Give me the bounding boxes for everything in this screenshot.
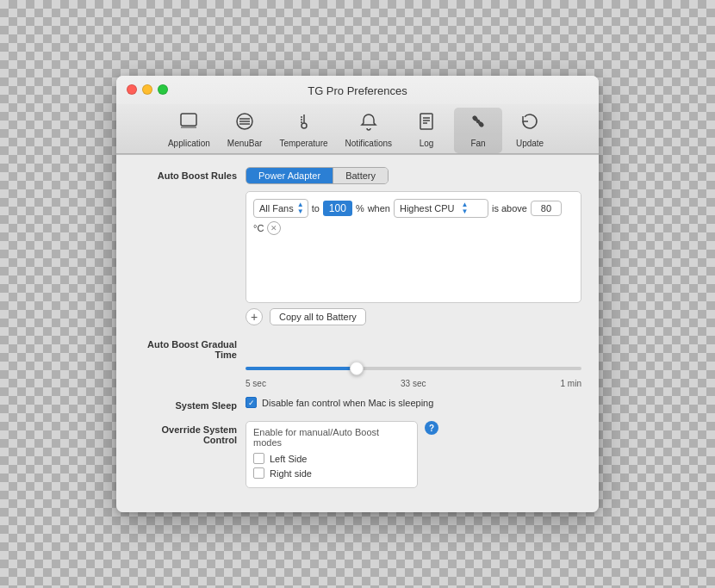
sensor-selector[interactable]: Highest CPU ▲ ▼ (394, 199, 488, 218)
condition-text: is above (492, 203, 527, 214)
fan-selector-chevrons: ▲ ▼ (297, 201, 304, 215)
titlebar: TG Pro Preferences Application (116, 76, 599, 155)
toolbar-item-application[interactable]: Application (161, 108, 217, 153)
toolbar-label-update: Update (516, 139, 544, 148)
temperature-icon (294, 111, 314, 137)
toolbar-label-fan: Fan (470, 139, 485, 148)
percent-value[interactable]: 100 (323, 201, 352, 216)
update-icon (519, 111, 540, 137)
override-right-side-label: Right side (270, 468, 312, 479)
fan-rule-row: All Fans ▲ ▼ to 100 % when Highest CP (253, 199, 574, 235)
toolbar-item-notifications[interactable]: Notifications (339, 108, 399, 153)
sensor-chevrons: ▲ ▼ (462, 201, 469, 215)
slider-max-label: 1 min (561, 379, 581, 388)
maximize-button[interactable] (158, 84, 168, 95)
fan-selector-value: All Fans (259, 203, 294, 214)
fan-icon (468, 111, 488, 137)
gradual-time-label: Auto Boost Gradual Time (134, 336, 246, 360)
override-right-side-row: Right side (253, 467, 410, 479)
slider-wrapper (246, 360, 581, 377)
rules-box: All Fans ▲ ▼ to 100 % when Highest CP (246, 191, 581, 303)
toolbar-label-menubar: MenuBar (227, 139, 263, 148)
slider-min-label: 5 sec (246, 379, 266, 388)
temp-value[interactable]: 80 (531, 201, 562, 216)
system-sleep-label: System Sleep (134, 397, 246, 411)
menubar-icon (234, 111, 255, 137)
remove-rule-button[interactable]: ✕ (267, 221, 281, 235)
override-title: Enable for manual/Auto Boost modes (253, 427, 410, 448)
close-button[interactable] (127, 84, 137, 95)
slider-row (134, 360, 581, 377)
override-left-side-label: Left Side (270, 454, 307, 464)
override-box: Enable for manual/Auto Boost modes Left … (246, 421, 418, 488)
auto-boost-rules-section: Auto Boost Rules Power Adapter Battery A… (134, 167, 581, 325)
system-sleep-checkbox-row: Disable fan control when Mac is sleeping (246, 397, 581, 408)
slider-track (246, 367, 581, 370)
log-icon (416, 111, 437, 137)
fan-selector[interactable]: All Fans ▲ ▼ (253, 199, 308, 218)
window-buttons (127, 84, 168, 95)
gradual-time-section: 5 sec 33 sec 1 min (134, 360, 581, 388)
toolbar: Application MenuBar (116, 104, 599, 154)
add-rule-button[interactable]: + (246, 308, 263, 325)
override-left-side-row: Left Side (253, 453, 410, 464)
override-label: Override System Control (134, 421, 246, 445)
toolbar-label-application: Application (168, 139, 210, 148)
toolbar-item-fan[interactable]: Fan (454, 108, 502, 153)
system-sleep-checkbox-label: Disable fan control when Mac is sleeping (262, 398, 433, 408)
temp-unit: °C (253, 223, 264, 233)
sensor-value: Highest CPU (400, 203, 455, 214)
toolbar-label-log: Log (420, 139, 434, 148)
override-content: Enable for manual/Auto Boost modes Left … (246, 421, 581, 488)
svg-rect-9 (420, 114, 432, 129)
override-right-side-checkbox[interactable] (253, 467, 264, 479)
slider-labels: 5 sec 33 sec 1 min (134, 379, 581, 388)
to-text: to (312, 203, 320, 214)
notifications-icon (358, 111, 379, 137)
slider-mid-label: 33 sec (401, 379, 426, 388)
toolbar-item-menubar[interactable]: MenuBar (221, 108, 270, 153)
override-left-side-checkbox[interactable] (253, 453, 264, 464)
toolbar-label-notifications: Notifications (345, 139, 392, 148)
copy-all-button[interactable]: Copy all to Battery (270, 308, 366, 325)
window-title: TG Pro Preferences (308, 84, 407, 97)
auto-boost-rules-content: Power Adapter Battery All Fans ▲ ▼ (246, 167, 581, 325)
auto-boost-rules-label: Auto Boost Rules (134, 167, 246, 181)
minimize-button[interactable] (142, 84, 152, 95)
gradual-time-label-row: Auto Boost Gradual Time (134, 336, 581, 360)
system-sleep-checkbox[interactable] (246, 397, 257, 408)
toolbar-item-update[interactable]: Update (506, 108, 554, 153)
svg-rect-0 (181, 114, 196, 126)
fan-settings-content: Auto Boost Rules Power Adapter Battery A… (116, 155, 599, 512)
toolbar-label-temperature: Temperature (279, 139, 327, 148)
application-icon (178, 111, 199, 137)
preferences-window: TG Pro Preferences Application (116, 76, 599, 512)
toolbar-item-log[interactable]: Log (402, 108, 451, 153)
rules-footer: + Copy all to Battery (246, 308, 581, 325)
toolbar-item-temperature[interactable]: Temperature (272, 108, 334, 153)
percent-sign: % (356, 203, 364, 214)
system-sleep-content: Disable fan control when Mac is sleeping (246, 397, 581, 408)
when-text: when (368, 203, 390, 214)
slider-thumb[interactable] (350, 362, 364, 375)
override-section: Override System Control Enable for manua… (134, 421, 581, 488)
battery-button[interactable]: Battery (333, 168, 388, 183)
help-button[interactable]: ? (425, 421, 438, 435)
system-sleep-section: System Sleep Disable fan control when Ma… (134, 397, 581, 411)
power-source-segmented: Power Adapter Battery (246, 167, 389, 184)
power-adapter-button[interactable]: Power Adapter (246, 168, 333, 183)
svg-point-13 (476, 120, 480, 123)
